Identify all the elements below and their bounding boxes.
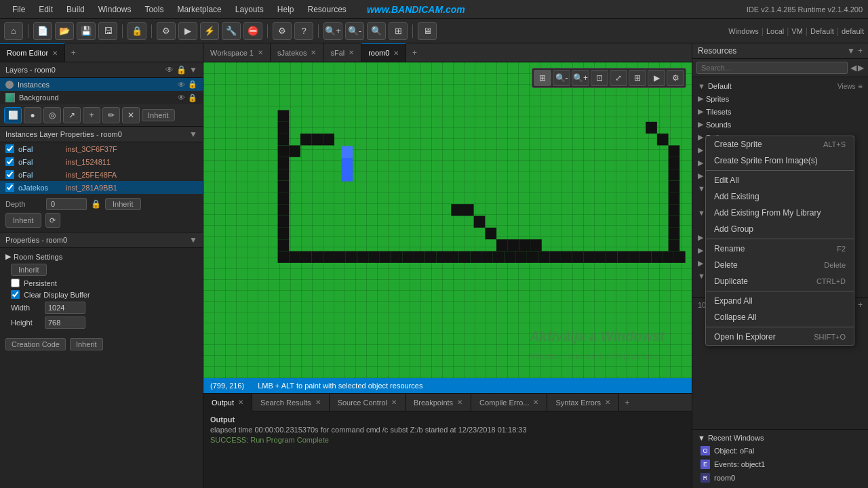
settings-button[interactable]: ⚙ (273, 22, 292, 40)
recent-item-0[interactable]: O Object: oFal (698, 445, 863, 457)
monitor-button[interactable]: 🖥 (418, 22, 437, 40)
compile-errors-tab[interactable]: Compile Erro... ✕ (471, 394, 547, 411)
vm-btn[interactable]: VM (791, 27, 803, 35)
sjatekos-tab-close[interactable]: ✕ (311, 49, 316, 56)
layer-bg-eye-icon[interactable]: 👁 (178, 94, 185, 102)
ctx-edit-all[interactable]: Edit All (706, 172, 854, 188)
ctx-delete[interactable]: Delete Delete (706, 257, 854, 273)
tool-delete[interactable]: ✕ (122, 107, 140, 123)
zoom-increase-btn[interactable]: + (858, 300, 863, 310)
default-btn[interactable]: Default (810, 27, 834, 35)
layer-collapse-icon[interactable]: ▼ (189, 65, 197, 75)
width-input[interactable] (45, 302, 85, 314)
save-all-button[interactable]: 🖫 (98, 22, 117, 40)
ctx-expand-all[interactable]: Expand All (706, 293, 854, 309)
resource-button-4[interactable]: 🔧 (222, 22, 241, 40)
layer-instances[interactable]: Instances 👁 🔒 (0, 78, 203, 91)
search-results-tab[interactable]: Search Results ✕ (252, 394, 330, 411)
inherit-creation-btn[interactable]: Inherit (70, 338, 103, 350)
tool-inherit-btn[interactable]: Inherit (142, 109, 175, 121)
search-input[interactable] (696, 62, 848, 74)
menu-file[interactable]: File (5, 2, 32, 17)
canvas-play-btn[interactable]: ▶ (648, 70, 665, 86)
room0-tab-close[interactable]: ✕ (393, 49, 399, 57)
canvas-grid-view-btn[interactable]: ⊞ (534, 70, 551, 86)
help-button[interactable]: ? (294, 22, 313, 40)
instance-row-2[interactable]: oFal inst_25FE48FA (0, 168, 203, 181)
sjatekos-tab[interactable]: sJatekos ✕ (271, 43, 323, 62)
grid-button[interactable]: ⊞ (389, 22, 408, 40)
inherit-btn-2[interactable]: Inherit (5, 213, 41, 228)
tool-brush[interactable]: ◎ (43, 107, 61, 123)
layer-lock-btn[interactable]: 🔒 (188, 80, 197, 89)
sprites-group[interactable]: ▶ Sprites (692, 92, 868, 105)
workspace-tab-close[interactable]: ✕ (258, 49, 263, 56)
instances-props-collapse[interactable]: ▼ (189, 129, 197, 139)
resources-add-btn[interactable]: + (858, 46, 863, 56)
search-results-tab-close[interactable]: ✕ (315, 399, 321, 406)
open-button[interactable]: 📂 (55, 22, 74, 40)
room-settings-title[interactable]: ▶ Room Settings (5, 252, 197, 261)
layer-eye-icon[interactable]: 👁 (178, 81, 185, 89)
default-group[interactable]: ▼ Default Views ≡ (692, 80, 868, 92)
instance-cb-0[interactable] (5, 144, 14, 153)
depth-input[interactable] (46, 198, 87, 210)
resource-button-5[interactable]: ⛔ (243, 22, 262, 40)
local-btn[interactable]: Local (766, 27, 784, 35)
tool-eraser[interactable]: ✏ (102, 107, 120, 123)
height-input[interactable] (45, 317, 85, 329)
resources-collapse-icon[interactable]: ▼ (847, 46, 855, 56)
windows-btn[interactable]: Windows (728, 27, 759, 35)
properties-collapse[interactable]: ▼ (189, 235, 197, 245)
tool-select[interactable]: ⬜ (4, 107, 22, 123)
depth-lock-icon[interactable]: 🔒 (91, 199, 101, 209)
default-group-menu-icon[interactable]: ≡ (859, 82, 863, 90)
ctx-add-existing[interactable]: Add Existing (706, 188, 854, 205)
recent-item-2[interactable]: R room0 (698, 472, 863, 484)
sounds-group[interactable]: ▶ Sounds (692, 118, 868, 131)
resource-button-3[interactable]: ⚡ (200, 22, 219, 40)
clear-display-buffer-checkbox[interactable] (11, 290, 20, 299)
canvas-settings-btn[interactable]: ⚙ (667, 70, 684, 86)
menu-layouts[interactable]: Layouts (229, 2, 271, 17)
zoom-in-button[interactable]: 🔍+ (323, 22, 342, 40)
source-control-tab[interactable]: Source Control ✕ (330, 394, 406, 411)
ctx-open-in-explorer[interactable]: Open In Explorer SHIFT+O (706, 329, 854, 345)
lock-button[interactable]: 🔒 (127, 22, 146, 40)
default-group-header[interactable]: ▼ Default Views ≡ (692, 80, 868, 92)
ctx-collapse-all[interactable]: Collapse All (706, 309, 854, 325)
output-tab[interactable]: Output ✕ (203, 394, 252, 411)
home-button[interactable]: ⌂ (4, 22, 23, 40)
instance-row-3[interactable]: oJatekos inst_281A9BB1 (0, 181, 203, 194)
menu-tools[interactable]: Tools (138, 2, 170, 17)
canvas-zoom-fit-btn[interactable]: ⊡ (591, 70, 608, 86)
tilesets-group[interactable]: ▶ Tilesets (692, 105, 868, 118)
add-bottom-tab-btn[interactable]: + (619, 393, 635, 412)
zoom-reset-button[interactable]: 🔍 (367, 22, 386, 40)
syntax-errors-tab-close[interactable]: ✕ (605, 399, 610, 406)
ctx-rename[interactable]: Rename F2 (706, 241, 854, 257)
menu-resources[interactable]: Resources (301, 2, 353, 17)
ctx-create-sprite[interactable]: Create Sprite ALT+S (706, 136, 854, 152)
add-canvas-tab-btn[interactable]: + (406, 43, 422, 62)
tilesets-group-header[interactable]: ▶ Tilesets (692, 105, 868, 118)
ctx-add-existing-library[interactable]: Add Existing From My Library (706, 205, 854, 221)
menu-marketplace[interactable]: Marketplace (170, 2, 228, 17)
sprites-group-header[interactable]: ▶ Sprites (692, 92, 868, 105)
room-editor-tab-close[interactable]: ✕ (52, 49, 58, 57)
resource-button-1[interactable]: ⚙ (157, 22, 176, 40)
resource-button-2[interactable]: ▶ (178, 22, 197, 40)
room-editor-tab[interactable]: Room Editor ✕ (0, 43, 65, 62)
breakpoints-tab-close[interactable]: ✕ (457, 399, 462, 406)
tool-line[interactable]: ↗ (63, 107, 81, 123)
canvas-zoom-out-btn[interactable]: 🔍- (553, 70, 570, 86)
sfal-tab[interactable]: sFal ✕ (323, 43, 361, 62)
recent-item-1[interactable]: E Events: object1 (698, 458, 863, 470)
output-tab-close[interactable]: ✕ (238, 399, 243, 406)
syntax-errors-tab[interactable]: Syntax Errors ✕ (547, 394, 619, 411)
instance-cb-3[interactable] (5, 183, 14, 192)
sfal-tab-close[interactable]: ✕ (349, 49, 354, 56)
inherit-settings-btn[interactable]: Inherit (11, 264, 47, 276)
ctx-duplicate[interactable]: Duplicate CTRL+D (706, 273, 854, 289)
source-control-tab-close[interactable]: ✕ (391, 399, 397, 406)
